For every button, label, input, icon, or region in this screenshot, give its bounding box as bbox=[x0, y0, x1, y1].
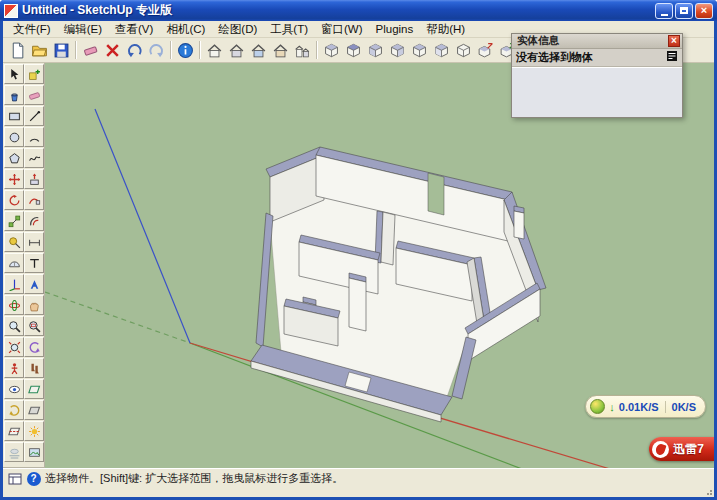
menu-draw[interactable]: 绘图(D) bbox=[212, 21, 263, 38]
entity-info-close-button[interactable]: × bbox=[668, 35, 680, 47]
menu-tools[interactable]: 工具(T) bbox=[264, 21, 314, 38]
viewport-canvas[interactable]: ↓ 0.01K/S 0K/S 迅雷7 bbox=[45, 63, 714, 468]
close-icon: × bbox=[671, 36, 677, 46]
view-bottom-button[interactable] bbox=[452, 39, 474, 61]
eraser-button[interactable] bbox=[79, 39, 101, 61]
status-bar: ? 选择物件。[Shift]键: 扩大选择范围，拖曳鼠标进行多重选择。 bbox=[3, 468, 714, 488]
entity-details-icon[interactable] bbox=[666, 50, 678, 65]
floorplan-model bbox=[251, 147, 546, 422]
view-front-button[interactable] bbox=[364, 39, 386, 61]
tool-rectangle[interactable] bbox=[4, 106, 24, 126]
maximize-button[interactable] bbox=[675, 3, 693, 19]
tool-scale[interactable] bbox=[4, 211, 24, 231]
net-divider bbox=[665, 401, 666, 413]
minimize-button[interactable] bbox=[655, 3, 673, 19]
entity-info-empty-text: 没有选择到物体 bbox=[516, 50, 666, 65]
house-tan-button[interactable] bbox=[269, 39, 291, 61]
tool-walk[interactable] bbox=[24, 358, 44, 378]
entity-info-body bbox=[512, 67, 682, 117]
help-icon[interactable]: ? bbox=[26, 471, 41, 486]
menu-file[interactable]: 文件(F) bbox=[7, 21, 57, 38]
tool-eraser[interactable] bbox=[24, 85, 44, 105]
menu-view[interactable]: 查看(V) bbox=[109, 21, 159, 38]
grid-icon[interactable] bbox=[7, 471, 22, 486]
tool-circle[interactable] bbox=[4, 127, 24, 147]
house-pair-button[interactable] bbox=[291, 39, 313, 61]
close-icon: × bbox=[701, 5, 707, 16]
house-gray-button[interactable] bbox=[225, 39, 247, 61]
entity-info-titlebar[interactable]: 实体信息 × bbox=[512, 34, 682, 49]
menu-camera[interactable]: 相机(C) bbox=[160, 21, 211, 38]
sketchup-window: Untitled - SketchUp 专业版 × 文件(F) 编辑(E) 查看… bbox=[0, 0, 717, 500]
tool-shadows[interactable] bbox=[24, 421, 44, 441]
wall-face bbox=[381, 212, 395, 265]
menu-window[interactable]: 窗口(W) bbox=[315, 21, 369, 38]
house-white-button[interactable] bbox=[203, 39, 225, 61]
tool-zoom-extents[interactable] bbox=[4, 337, 24, 357]
tool-arc[interactable] bbox=[24, 127, 44, 147]
thunder-badge[interactable]: 迅雷7 bbox=[649, 437, 714, 461]
download-arrow-icon: ↓ bbox=[609, 401, 615, 413]
tool-fog[interactable] bbox=[4, 442, 24, 462]
tool-section-display[interactable] bbox=[24, 400, 44, 420]
tool-paint-bucket[interactable] bbox=[4, 85, 24, 105]
status-hint: 选择物件。[Shift]键: 扩大选择范围，拖曳鼠标进行多重选择。 bbox=[45, 471, 343, 486]
tool-make-component[interactable] bbox=[24, 64, 44, 84]
tool-position-camera[interactable] bbox=[4, 358, 24, 378]
tool-push-pull[interactable] bbox=[24, 169, 44, 189]
new-button[interactable] bbox=[6, 39, 28, 61]
maximize-icon bbox=[680, 7, 688, 14]
download-speed: 0.01K/S bbox=[619, 401, 659, 413]
tool-offset[interactable] bbox=[24, 211, 44, 231]
menu-edit[interactable]: 编辑(E) bbox=[58, 21, 108, 38]
tool-tape-measure[interactable] bbox=[4, 232, 24, 252]
view-back-button[interactable] bbox=[408, 39, 430, 61]
tool-axes[interactable] bbox=[4, 274, 24, 294]
tool-previous[interactable] bbox=[24, 337, 44, 357]
delete-button[interactable] bbox=[101, 39, 123, 61]
entity-info-title: 实体信息 bbox=[517, 34, 668, 48]
tool-pan[interactable] bbox=[24, 295, 44, 315]
thunder-label: 迅雷7 bbox=[673, 441, 704, 458]
upload-speed: 0K/S bbox=[672, 401, 696, 413]
tool-rotate[interactable] bbox=[4, 190, 24, 210]
tool-follow-me[interactable] bbox=[24, 190, 44, 210]
tool-orbit[interactable] bbox=[4, 295, 24, 315]
menu-help[interactable]: 帮助(H) bbox=[420, 21, 471, 38]
tool-look-around[interactable] bbox=[4, 379, 24, 399]
wall-face bbox=[349, 278, 366, 331]
tool-dimension[interactable] bbox=[24, 232, 44, 252]
tool-section-plane[interactable] bbox=[24, 379, 44, 399]
close-button[interactable]: × bbox=[695, 3, 713, 19]
tool-polygon[interactable] bbox=[4, 148, 24, 168]
minimize-icon bbox=[661, 14, 668, 16]
tool-move[interactable] bbox=[4, 169, 24, 189]
save-button[interactable] bbox=[50, 39, 72, 61]
net-speed-widget[interactable]: ↓ 0.01K/S 0K/S bbox=[585, 395, 706, 418]
open-button[interactable] bbox=[28, 39, 50, 61]
menu-plugins[interactable]: Plugins bbox=[370, 22, 420, 36]
tool-zoom[interactable] bbox=[4, 316, 24, 336]
tool-next[interactable] bbox=[4, 400, 24, 420]
tool-3d-text[interactable] bbox=[24, 274, 44, 294]
tool-text[interactable] bbox=[24, 253, 44, 273]
view-iso-button[interactable] bbox=[320, 39, 342, 61]
resize-grip[interactable] bbox=[703, 488, 713, 496]
house-blue-button[interactable] bbox=[247, 39, 269, 61]
redo-button[interactable] bbox=[145, 39, 167, 61]
title-bar[interactable]: Untitled - SketchUp 专业版 × bbox=[0, 0, 717, 21]
tool-line[interactable] bbox=[24, 106, 44, 126]
view-top-button[interactable] bbox=[342, 39, 364, 61]
tool-match-photo[interactable] bbox=[24, 442, 44, 462]
tool-freehand[interactable] bbox=[24, 148, 44, 168]
tool-zoom-window[interactable] bbox=[24, 316, 44, 336]
view-right-button[interactable] bbox=[386, 39, 408, 61]
wall-face bbox=[514, 211, 524, 239]
tool-select[interactable] bbox=[4, 64, 24, 84]
tool-section-cut[interactable] bbox=[4, 421, 24, 441]
view-left-button[interactable] bbox=[430, 39, 452, 61]
export-3d-button[interactable] bbox=[474, 39, 496, 61]
info-button[interactable] bbox=[174, 39, 196, 61]
tool-protractor[interactable] bbox=[4, 253, 24, 273]
undo-button[interactable] bbox=[123, 39, 145, 61]
